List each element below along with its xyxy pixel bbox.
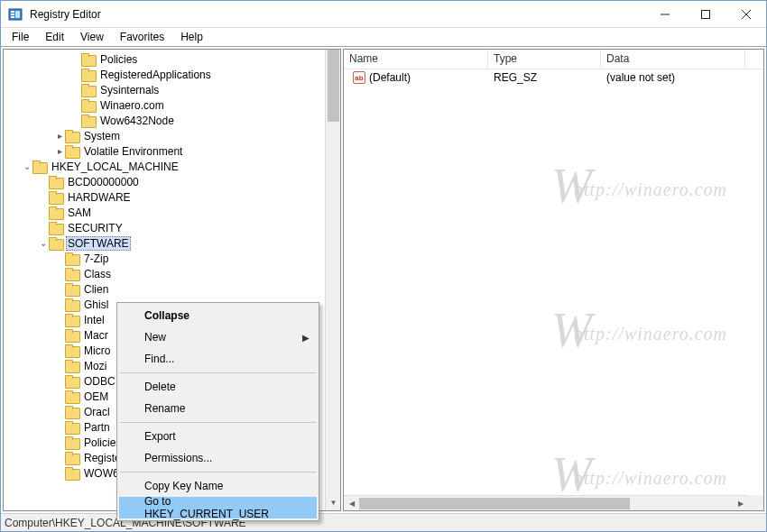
window-title: Registry Editor	[30, 8, 644, 21]
folder-icon	[81, 84, 96, 96]
scroll-thumb[interactable]	[328, 50, 339, 122]
folder-icon	[65, 268, 79, 280]
tree-item[interactable]: BCD00000000	[4, 174, 340, 189]
ctx-rename[interactable]: Rename	[119, 398, 317, 419]
tree-item-label: Clien	[82, 283, 110, 296]
submenu-arrow-icon: ▶	[302, 333, 310, 343]
folder-icon	[49, 176, 63, 188]
hscroll-thumb[interactable]	[359, 498, 630, 509]
watermark-url: http://winaero.com	[574, 468, 727, 489]
folder-icon	[65, 314, 79, 326]
tree-item-label: ODBC	[82, 375, 117, 388]
tree-item-label: Policies	[98, 53, 139, 66]
col-data[interactable]: Data	[601, 50, 745, 69]
ctx-export[interactable]: Export	[119, 426, 317, 447]
ctx-permissions[interactable]: Permissions...	[119, 447, 317, 469]
ctx-find[interactable]: Find...	[119, 348, 317, 370]
value-name: (Default)	[369, 71, 411, 84]
tree-item[interactable]: Sysinternals	[4, 82, 340, 97]
minimize-button[interactable]	[644, 1, 685, 27]
folder-icon	[81, 69, 96, 81]
watermark-url: http://winaero.com	[574, 324, 727, 344]
list-header: Name Type Data	[344, 50, 763, 69]
tree-item[interactable]: Policies	[4, 51, 340, 67]
folder-icon	[32, 161, 47, 173]
tree-item-label: Class	[82, 268, 113, 280]
list-body[interactable]: ab(Default)REG_SZ(value not set)	[344, 69, 763, 86]
tree-item-label: SOFTWARE	[66, 236, 131, 251]
value-type: REG_SZ	[488, 71, 601, 84]
tree-item[interactable]: ⌄HKEY_LOCAL_MACHINE	[4, 159, 340, 174]
folder-icon	[65, 298, 79, 311]
tree-item[interactable]: RegisteredApplications	[4, 67, 340, 82]
svg-rect-3	[11, 16, 14, 18]
tree-item[interactable]: Clien	[4, 281, 340, 297]
tree-twisty-icon[interactable]: ▸	[54, 131, 65, 141]
tree-item-label: Intel	[82, 314, 106, 326]
values-pane: Name Type Data ab(Default)REG_SZ(value n…	[343, 49, 764, 511]
tree-item-label: SAM	[66, 206, 93, 219]
close-button[interactable]	[725, 1, 766, 27]
watermark-w: W	[551, 158, 592, 214]
tree-item-label: Ghisl	[82, 298, 110, 311]
ctx-copy-key-name[interactable]: Copy Key Name	[119, 475, 317, 497]
hscroll-right-icon[interactable]: ▶	[733, 496, 748, 511]
string-value-icon: ab	[353, 71, 365, 84]
ctx-new-label: New	[144, 331, 166, 344]
folder-icon	[65, 421, 79, 434]
col-type[interactable]: Type	[488, 50, 601, 69]
watermark-w: W	[551, 446, 592, 502]
ctx-collapse[interactable]: Collapse	[119, 305, 317, 326]
ctx-new[interactable]: New▶	[119, 326, 317, 348]
tree-item-label: Sysinternals	[98, 84, 161, 96]
menu-edit[interactable]: Edit	[38, 29, 71, 45]
tree-twisty-icon[interactable]: ⌄	[22, 161, 32, 171]
tree-twisty-icon[interactable]: ⌄	[38, 238, 49, 248]
ctx-sep	[120, 372, 316, 373]
tree-scrollbar[interactable]: ▲ ▼	[325, 50, 340, 510]
tree-item-label: Wow6432Node	[98, 115, 176, 127]
menu-view[interactable]: View	[73, 29, 111, 45]
tree-item[interactable]: SAM	[4, 205, 340, 220]
list-h-scrollbar[interactable]: ◀ ▶	[344, 495, 748, 510]
content-area: PoliciesRegisteredApplicationsSysinterna…	[1, 46, 766, 513]
tree-item[interactable]: HARDWARE	[4, 189, 340, 205]
list-row[interactable]: ab(Default)REG_SZ(value not set)	[344, 69, 763, 86]
title-bar: Registry Editor	[1, 1, 766, 28]
folder-icon	[49, 206, 63, 219]
menu-favorites[interactable]: Favorites	[113, 29, 171, 45]
hscroll-left-icon[interactable]: ◀	[344, 496, 359, 511]
folder-icon	[65, 406, 79, 418]
svg-rect-6	[701, 10, 709, 18]
folder-icon	[81, 99, 96, 112]
tree-item[interactable]: Wow6432Node	[4, 113, 340, 128]
tree-item-label: Micro	[82, 344, 112, 357]
col-name[interactable]: Name	[344, 50, 488, 69]
menu-file[interactable]: File	[5, 29, 36, 45]
tree-item[interactable]: ▸Volatile Environment	[4, 143, 340, 159]
regedit-icon	[8, 7, 23, 22]
ctx-sep	[120, 422, 316, 423]
tree-item-label: Macr	[82, 329, 110, 342]
folder-icon	[65, 252, 79, 265]
ctx-delete[interactable]: Delete	[119, 376, 317, 398]
maximize-button[interactable]	[685, 1, 725, 27]
scroll-down-icon[interactable]: ▼	[326, 495, 341, 510]
folder-icon	[65, 360, 79, 372]
tree-item[interactable]: ▸System	[4, 128, 340, 143]
tree-item-label: Volatile Environment	[82, 145, 184, 158]
tree-item[interactable]: ⌄SOFTWARE	[4, 235, 340, 251]
ctx-sep	[120, 472, 316, 472]
tree-item[interactable]: Winaero.com	[4, 97, 340, 113]
tree-twisty-icon[interactable]: ▸	[54, 146, 65, 156]
ctx-go-to-hkcu[interactable]: Go to HKEY_CURRENT_USER	[119, 497, 317, 518]
folder-icon	[81, 53, 96, 66]
tree-item[interactable]: 7-Zip	[4, 251, 340, 266]
tree-item-label: OEM	[82, 390, 110, 403]
menu-help[interactable]: Help	[173, 29, 210, 45]
tree-item[interactable]: Class	[4, 266, 340, 281]
folder-icon	[65, 452, 79, 464]
folder-icon	[65, 329, 79, 342]
tree-item-label: Oracl	[82, 406, 112, 418]
tree-item[interactable]: SECURITY	[4, 220, 340, 235]
